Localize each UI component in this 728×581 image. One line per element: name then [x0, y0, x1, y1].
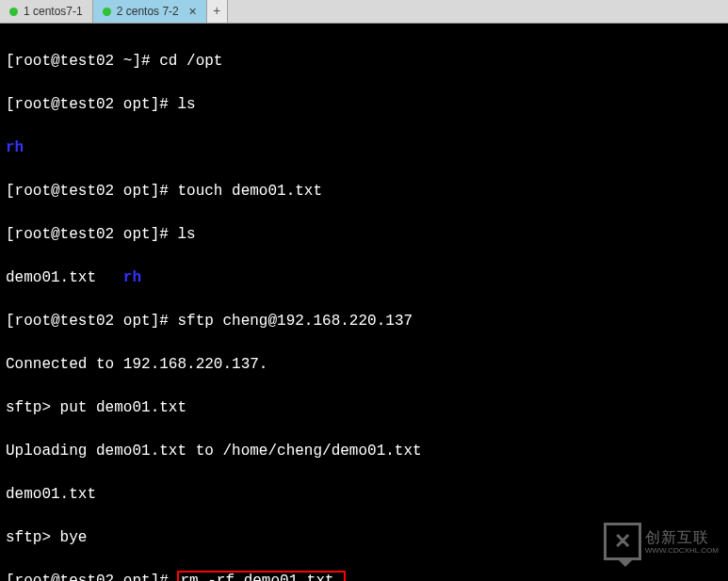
- term-line: demo01.txt rh: [6, 267, 722, 289]
- tab-label: 1 centos7-1: [24, 5, 83, 18]
- status-dot-icon: [9, 8, 18, 16]
- term-line: Uploading demo01.txt to /home/cheng/demo…: [6, 441, 722, 462]
- close-icon[interactable]: ✕: [188, 6, 197, 18]
- tab-label: 2 centos 7-2: [117, 5, 179, 18]
- term-line: Connected to 192.168.220.137.: [6, 354, 722, 376]
- term-line: [root@test02 opt]# touch demo01.txt: [6, 181, 722, 202]
- watermark-icon: ✕: [604, 523, 641, 560]
- term-line: rh: [6, 137, 722, 159]
- tab-centos7-1[interactable]: 1 centos7-1: [0, 0, 93, 23]
- add-tab-button[interactable]: +: [207, 0, 228, 23]
- watermark-sub: WWW.CDCXHL.COM: [645, 546, 719, 555]
- terminal[interactable]: [root@test02 ~]# cd /opt [root@test02 op…: [0, 24, 728, 581]
- term-line: sftp> put demo01.txt: [6, 397, 722, 419]
- term-line: [root@test02 opt]# ls: [6, 94, 722, 116]
- status-dot-icon: [103, 8, 111, 16]
- highlight-rm: rm -rf demo01.txt: [177, 571, 346, 581]
- term-line: [root@test02 opt]# sftp cheng@192.168.22…: [6, 311, 722, 332]
- term-line: demo01.txt: [6, 484, 722, 506]
- tab-centos7-2[interactable]: 2 centos 7-2 ✕: [93, 0, 207, 23]
- term-line: [root@test02 opt]# ls: [6, 224, 722, 246]
- term-line: [root@test02 ~]# cd /opt: [6, 51, 722, 73]
- tab-bar: 1 centos7-1 2 centos 7-2 ✕ +: [0, 0, 728, 24]
- term-line: [root@test02 opt]# rm -rf demo01.txt: [6, 571, 722, 581]
- watermark-text: 创新互联: [645, 529, 709, 545]
- watermark: ✕ 创新互联 WWW.CDCXHL.COM: [604, 523, 719, 560]
